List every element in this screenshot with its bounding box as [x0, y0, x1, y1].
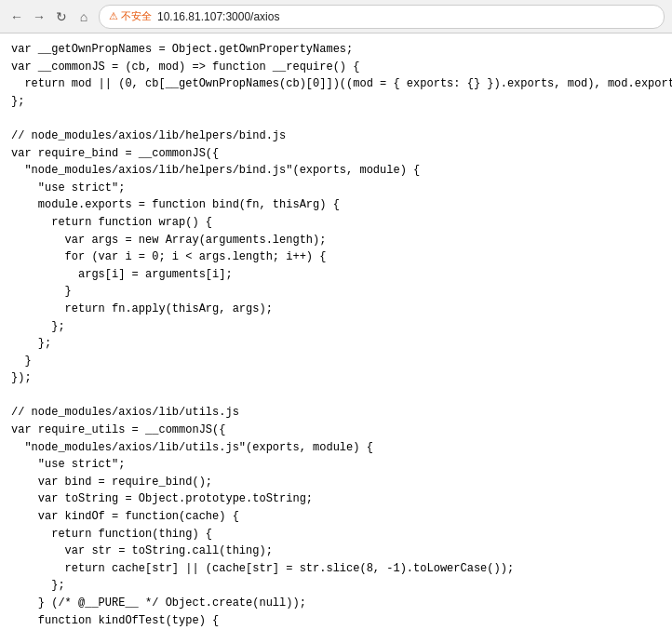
- home-button[interactable]: ⌂: [74, 7, 93, 26]
- forward-button[interactable]: →: [30, 7, 48, 26]
- security-label: 不安全: [121, 9, 152, 23]
- browser-chrome: ← → ↻ ⌂ ⚠ 不安全 10.16.81.107:3000/axios: [0, 0, 672, 34]
- back-button[interactable]: ←: [7, 7, 26, 26]
- code-area: var __getOwnPropNames = Object.getOwnPro…: [0, 34, 672, 630]
- url-text: 10.16.81.107:3000/axios: [157, 10, 279, 23]
- code-block: var __getOwnPropNames = Object.getOwnPro…: [11, 41, 661, 630]
- warning-icon: ⚠: [109, 10, 118, 22]
- nav-buttons: ← → ↻ ⌂: [7, 7, 93, 26]
- reload-button[interactable]: ↻: [52, 7, 71, 26]
- address-bar[interactable]: ⚠ 不安全 10.16.81.107:3000/axios: [99, 5, 665, 29]
- security-badge: ⚠ 不安全: [109, 9, 152, 23]
